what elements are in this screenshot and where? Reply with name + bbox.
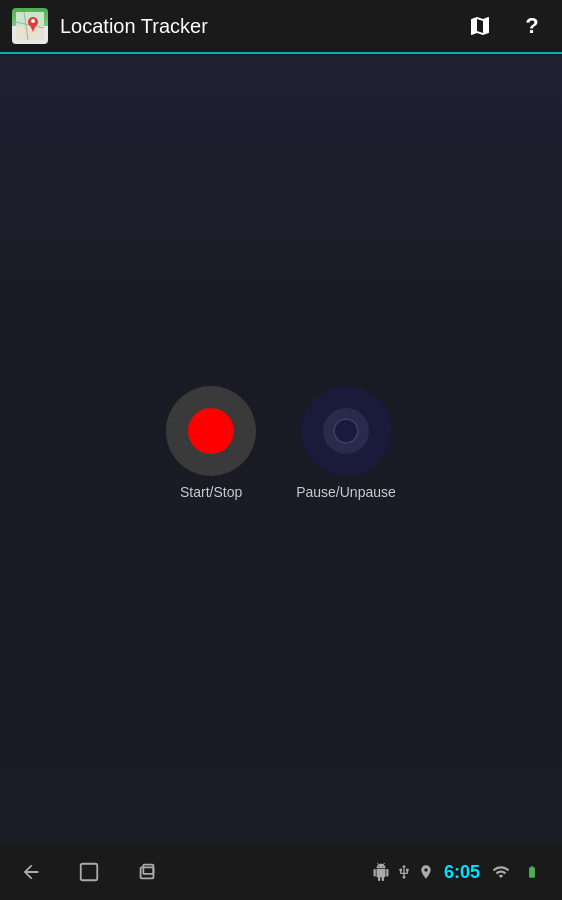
svg-rect-1	[16, 26, 44, 40]
app-title: Location Tracker	[60, 15, 462, 38]
svg-point-6	[31, 19, 35, 23]
home-button[interactable]	[78, 861, 100, 883]
pause-unpause-control: Pause/Unpause	[296, 386, 396, 500]
record-indicator	[188, 408, 234, 454]
controls-container: Start/Stop Pause/Unpause	[166, 386, 396, 512]
wifi-icon	[490, 863, 512, 881]
start-stop-label: Start/Stop	[180, 484, 242, 500]
help-button[interactable]: ?	[514, 8, 550, 44]
svg-rect-7	[81, 864, 98, 881]
pause-unpause-label: Pause/Unpause	[296, 484, 396, 500]
app-icon	[12, 8, 48, 44]
app-bar: Location Tracker ?	[0, 0, 562, 54]
pause-indicator	[323, 408, 369, 454]
battery-icon	[522, 865, 542, 879]
nav-right: 6:05	[372, 862, 542, 883]
nav-bar: 6:05	[0, 844, 562, 900]
svg-rect-9	[143, 865, 153, 874]
back-button[interactable]	[20, 861, 42, 883]
pause-unpause-button[interactable]	[301, 386, 391, 476]
app-bar-actions: ?	[462, 8, 550, 44]
map-view-button[interactable]	[462, 8, 498, 44]
time-display: 6:05	[444, 862, 480, 883]
usb-icon	[396, 863, 412, 881]
location-icon	[418, 864, 434, 880]
recents-button[interactable]	[136, 861, 158, 883]
start-stop-button[interactable]	[166, 386, 256, 476]
main-content: Start/Stop Pause/Unpause	[0, 54, 562, 844]
android-icon	[372, 863, 390, 881]
status-icons	[372, 863, 434, 881]
nav-left	[20, 861, 158, 883]
start-stop-control: Start/Stop	[166, 386, 256, 500]
buttons-row: Start/Stop Pause/Unpause	[166, 386, 396, 500]
